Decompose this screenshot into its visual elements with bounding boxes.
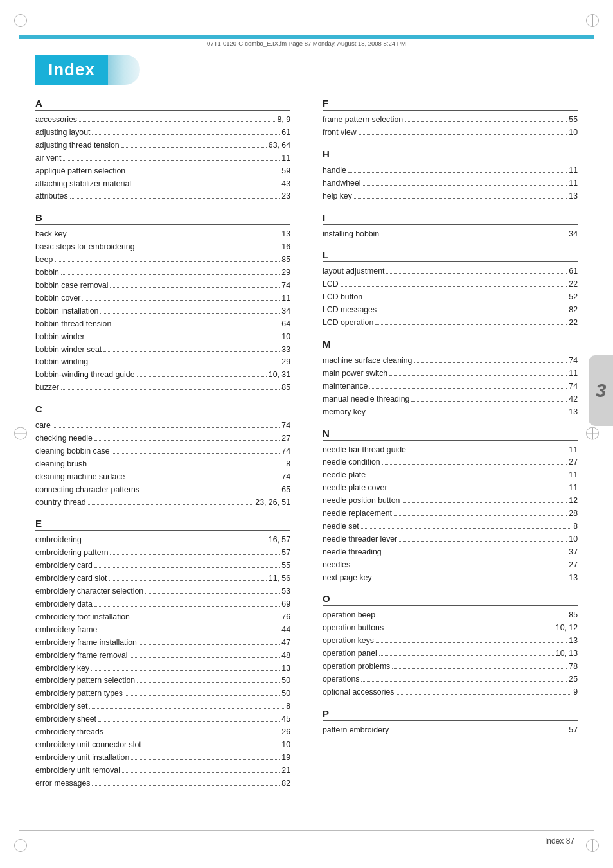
index-entry: needle replacement28 xyxy=(323,508,578,520)
entry-name: next page key xyxy=(323,572,372,585)
entry-dots xyxy=(130,657,280,658)
section-letter-e: E xyxy=(35,518,290,531)
entry-page: 34 xyxy=(281,305,290,318)
entry-dots xyxy=(63,160,280,161)
entry-page: 26 xyxy=(281,726,290,739)
entry-name: checking needle xyxy=(35,432,93,445)
entry-page: 42 xyxy=(569,393,578,406)
index-entry: handle11 xyxy=(323,164,578,177)
index-entry: LCD messages82 xyxy=(323,304,578,317)
index-entry: checking needle27 xyxy=(35,432,290,445)
entry-page: 57 xyxy=(281,547,290,560)
index-entry: embroidering pattern57 xyxy=(35,547,290,560)
entry-dots xyxy=(141,492,280,492)
entry-dots xyxy=(122,772,280,773)
entry-page: 43 xyxy=(281,178,290,191)
entry-name: operation keys xyxy=(323,635,374,648)
entry-name: embroidery sheet xyxy=(35,713,96,726)
index-entry: needle threading37 xyxy=(323,546,578,559)
entry-dots xyxy=(389,375,567,376)
entry-page: 48 xyxy=(281,650,290,662)
entry-name: operation beep xyxy=(323,609,375,622)
index-entry: next page key13 xyxy=(323,572,578,585)
entry-page: 13 xyxy=(281,662,290,675)
entry-dots xyxy=(386,273,567,274)
entry-name: embroidery unit connector slot xyxy=(35,739,141,752)
index-entry: installing bobbin34 xyxy=(323,228,578,241)
entry-page: 59 xyxy=(281,165,290,178)
title-box: Index xyxy=(35,55,108,85)
entry-name: needle threader lever xyxy=(323,533,397,546)
entry-page: 11, 56 xyxy=(269,572,290,585)
entry-dots xyxy=(90,364,280,364)
index-entry: front view10 xyxy=(323,127,578,139)
entry-page: 13 xyxy=(569,572,578,585)
entry-name: bobbin thread tension xyxy=(35,318,111,331)
entry-name: operation panel xyxy=(323,648,377,660)
index-entry: memory key13 xyxy=(323,406,578,419)
entry-page: 45 xyxy=(281,713,290,726)
entry-name: attaching stabilizer material xyxy=(35,178,131,191)
entry-dots xyxy=(143,747,280,747)
entry-name: buzzer xyxy=(35,382,59,394)
entry-dots xyxy=(369,388,567,389)
section-letter-f: F xyxy=(323,98,578,111)
entry-dots xyxy=(70,198,280,199)
entry-dots xyxy=(392,668,567,669)
entry-page: 11 xyxy=(281,292,290,305)
section-letter-i: I xyxy=(323,212,578,225)
chapter-tab: 3 xyxy=(589,355,613,426)
right-column: Fframe pattern selection55front view10Hh… xyxy=(323,98,578,799)
section-e: Eembroidering16, 57embroidering pattern5… xyxy=(35,518,290,790)
index-entry: embroidery key13 xyxy=(35,662,290,675)
entry-dots xyxy=(391,732,567,732)
entry-dots xyxy=(361,681,567,682)
entry-page: 55 xyxy=(569,114,578,127)
entry-dots xyxy=(92,785,280,786)
index-entry: bobbin cover11 xyxy=(35,292,290,305)
entry-page: 8 xyxy=(286,700,290,713)
entry-dots xyxy=(100,313,280,314)
entry-dots xyxy=(92,134,280,135)
entry-dots xyxy=(99,632,280,632)
index-entry: needle threader lever10 xyxy=(323,533,578,546)
entry-name: embroidery pattern selection xyxy=(35,675,135,687)
entry-dots xyxy=(133,186,280,186)
entry-page: 11 xyxy=(281,152,290,165)
entry-dots xyxy=(348,172,567,173)
entry-name: care xyxy=(35,420,51,432)
index-entry: country thread23, 26, 51 xyxy=(35,497,290,509)
entry-name: pattern embroidery xyxy=(323,724,389,737)
index-entry: optional accessories9 xyxy=(323,686,578,699)
entry-page: 27 xyxy=(281,432,290,445)
index-entry: bobbin29 xyxy=(35,267,290,279)
index-entry: manual needle threading42 xyxy=(323,393,578,406)
entry-dots xyxy=(61,274,280,275)
section-letter-l: L xyxy=(323,249,578,262)
entry-name: LCD operation xyxy=(323,317,373,330)
entry-name: embroidery unit removal xyxy=(35,765,120,777)
index-entry: embroidery pattern selection50 xyxy=(35,675,290,687)
section-o: Ooperation beep85operation buttons10, 12… xyxy=(323,593,578,698)
entry-name: needle bar thread guide xyxy=(323,444,406,457)
entry-name: bobbin cover xyxy=(35,292,80,305)
entry-dots xyxy=(137,376,267,377)
section-c: Ccare74checking needle27cleaning bobbin … xyxy=(35,403,290,509)
entry-dots xyxy=(399,541,567,542)
entry-page: 53 xyxy=(281,585,290,598)
entry-page: 13 xyxy=(569,635,578,648)
entry-page: 52 xyxy=(569,291,578,304)
entry-name: installing bobbin xyxy=(323,228,379,241)
entry-dots xyxy=(127,479,280,479)
entry-dots xyxy=(131,759,280,760)
entry-page: 8, 9 xyxy=(277,114,290,127)
entry-name: beep xyxy=(35,254,53,267)
entry-page: 11 xyxy=(569,444,578,457)
index-entry: needle position button12 xyxy=(323,495,578,508)
entry-page: 74 xyxy=(569,355,578,368)
index-entry: frame pattern selection55 xyxy=(323,114,578,127)
entry-dots xyxy=(79,121,276,122)
section-letter-a: A xyxy=(35,98,290,111)
footer: Index 87 xyxy=(545,837,574,846)
index-entry: accessories8, 9 xyxy=(35,114,290,127)
